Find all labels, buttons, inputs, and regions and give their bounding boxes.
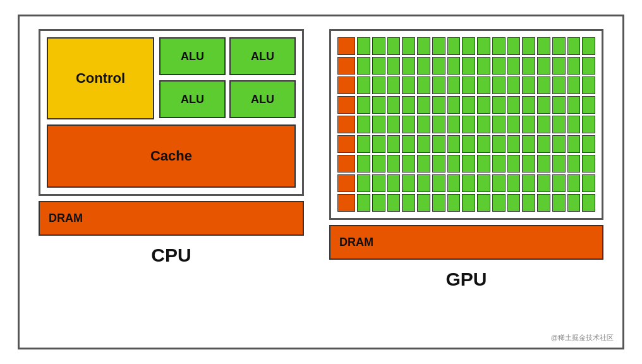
gpu-green-cells: [357, 135, 595, 153]
gpu-green-cell: [372, 194, 385, 212]
gpu-green-cell: [522, 155, 535, 173]
gpu-green-cell: [387, 194, 401, 212]
gpu-green-cell: [462, 57, 475, 75]
gpu-green-cell: [357, 135, 370, 153]
gpu-green-cell: [582, 135, 595, 153]
main-container: Control ALU ALU ALU ALU: [18, 15, 624, 349]
gpu-green-cell: [417, 174, 430, 192]
gpu-green-cell: [447, 155, 461, 173]
gpu-green-cell: [462, 96, 475, 114]
gpu-green-cell: [552, 155, 566, 173]
gpu-green-cell: [372, 155, 385, 173]
gpu-green-cell: [357, 116, 370, 133]
gpu-row: [337, 37, 595, 55]
gpu-orange-cell: [337, 76, 355, 94]
gpu-green-cell: [387, 76, 401, 94]
gpu-green-cell: [492, 194, 506, 212]
gpu-green-cell: [372, 37, 385, 55]
gpu-green-cell: [402, 155, 415, 173]
alu-block-4: ALU: [229, 80, 296, 118]
gpu-dram-label: DRAM: [339, 236, 373, 249]
gpu-green-cell: [447, 37, 461, 55]
gpu-green-cell: [417, 116, 430, 133]
gpu-green-cell: [462, 174, 475, 192]
gpu-green-cell: [507, 155, 521, 173]
gpu-orange-cell: [337, 116, 355, 133]
gpu-green-cell: [432, 37, 445, 55]
gpu-green-cell: [447, 116, 461, 133]
gpu-green-cell: [387, 135, 401, 153]
gpu-green-cell: [477, 155, 490, 173]
gpu-green-cell: [447, 76, 461, 94]
gpu-green-cell: [477, 194, 490, 212]
gpu-green-cell: [402, 76, 415, 94]
gpu-green-cell: [552, 76, 566, 94]
gpu-green-cell: [537, 57, 550, 75]
gpu-green-cell: [432, 194, 445, 212]
gpu-orange-cell: [337, 194, 355, 212]
gpu-green-cell: [477, 96, 490, 114]
gpu-green-cell: [432, 96, 445, 114]
gpu-green-cells: [357, 116, 595, 133]
gpu-green-cell: [447, 135, 461, 153]
gpu-dram-block: DRAM: [329, 225, 603, 260]
gpu-green-cell: [387, 155, 401, 173]
gpu-green-cell: [402, 135, 415, 153]
gpu-green-cell: [537, 116, 550, 133]
gpu-green-cell: [402, 37, 415, 55]
gpu-green-cell: [417, 76, 430, 94]
gpu-green-cell: [432, 76, 445, 94]
gpu-green-cell: [537, 174, 550, 192]
gpu-label: GPU: [445, 269, 487, 290]
gpu-green-cell: [447, 194, 461, 212]
gpu-green-cell: [402, 174, 415, 192]
gpu-row: [337, 135, 595, 153]
gpu-green-cell: [357, 194, 370, 212]
gpu-green-cell: [522, 135, 535, 153]
watermark: @稀土掘金技术社区: [551, 333, 614, 343]
gpu-green-cells: [357, 155, 595, 173]
gpu-green-cell: [357, 155, 370, 173]
gpu-green-cell: [432, 155, 445, 173]
cpu-dram-block: DRAM: [39, 201, 304, 236]
alu-grid: ALU ALU ALU ALU: [159, 37, 296, 119]
gpu-green-cell: [507, 135, 521, 153]
gpu-row: [337, 76, 595, 94]
gpu-row: [337, 96, 595, 114]
gpu-green-cells: [357, 57, 595, 75]
gpu-orange-cell: [337, 155, 355, 173]
gpu-orange-cell: [337, 37, 355, 55]
gpu-green-cell: [402, 194, 415, 212]
gpu-diagram: [329, 29, 603, 220]
gpu-green-cell: [402, 57, 415, 75]
gpu-green-cell: [522, 76, 535, 94]
gpu-green-cell: [387, 116, 401, 133]
gpu-green-cells: [357, 174, 595, 192]
gpu-green-cell: [477, 116, 490, 133]
gpu-green-cell: [582, 194, 595, 212]
control-label: Control: [76, 70, 125, 87]
gpu-green-cell: [432, 174, 445, 192]
gpu-green-cell: [507, 76, 521, 94]
gpu-green-cell: [567, 96, 581, 114]
cpu-section: Control ALU ALU ALU ALU: [39, 29, 304, 341]
alu-block-3: ALU: [159, 80, 226, 118]
gpu-green-cell: [522, 37, 535, 55]
gpu-green-cell: [447, 96, 461, 114]
gpu-row: [337, 155, 595, 173]
gpu-green-cell: [477, 37, 490, 55]
gpu-green-cell: [372, 135, 385, 153]
gpu-green-cell: [492, 174, 506, 192]
gpu-green-cell: [402, 116, 415, 133]
gpu-green-cells: [357, 37, 595, 55]
gpu-orange-cell: [337, 174, 355, 192]
gpu-green-cell: [372, 174, 385, 192]
gpu-green-cells: [357, 194, 595, 212]
gpu-green-cell: [387, 174, 401, 192]
gpu-green-cell: [522, 96, 535, 114]
gpu-green-cell: [537, 155, 550, 173]
gpu-green-cell: [372, 57, 385, 75]
gpu-green-cell: [552, 116, 566, 133]
gpu-green-cell: [522, 174, 535, 192]
gpu-green-cell: [462, 116, 475, 133]
